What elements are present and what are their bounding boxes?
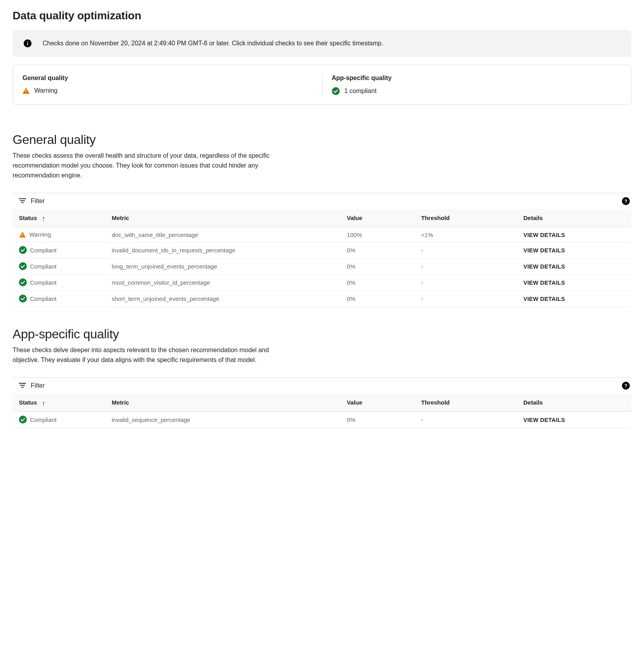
cell-value: 100% [341,227,415,243]
summary-app: App-specific quality 1 compliant [322,73,631,97]
cell-threshold: - [415,242,508,258]
summary-app-title: App-specific quality [332,75,622,82]
cell-value: 0% [341,258,415,274]
cell-metric: most_common_visitor_id_percentage [106,274,341,291]
cell-status: Compliant [13,242,106,258]
col-status[interactable]: Status ↑ [13,394,106,412]
cell-details: VIEW DETAILS [508,227,631,243]
cell-details: VIEW DETAILS [508,274,631,291]
section-heading-general: General quality [13,132,631,147]
info-icon: i [24,39,32,47]
status-text: Compliant [30,295,57,302]
summary-card: General quality Warning App-specific qua… [13,65,631,105]
cell-metric: invalid_document_ids_in_requests_percent… [106,242,341,258]
cell-threshold: - [415,258,508,274]
table-header-row: Status ↑ Metric Value Threshold Details [13,394,631,412]
info-banner-text: Checks done on November 20, 2024 at 2:49… [43,40,383,47]
table-row[interactable]: Compliantinvalid_sequence_percentage0%-V… [13,412,631,428]
filter-bar-app: Filter ? [13,377,631,394]
section-heading-app: App-specific quality [13,327,631,341]
cell-details: VIEW DETAILS [508,291,631,307]
view-details-link[interactable]: VIEW DETAILS [523,296,565,302]
cell-status: Compliant [13,291,106,307]
cell-metric: long_term_unjoined_events_percentage [106,258,341,274]
cell-metric: doc_with_same_title_percentage [106,227,341,243]
cell-value: 0% [341,274,415,291]
filter-icon [19,198,26,204]
status-text: Warning [29,231,51,238]
filter-button[interactable]: Filter [19,382,45,389]
compliant-icon [19,278,27,286]
col-details: Details [508,209,631,227]
cell-metric: short_term_unjoined_events_percentage [106,291,341,307]
compliant-icon [19,416,27,424]
section-desc-app: These checks delve deeper into aspects r… [13,345,273,365]
col-threshold[interactable]: Threshold [415,394,508,412]
table-row[interactable]: Compliantshort_term_unjoined_events_perc… [13,291,631,307]
col-status[interactable]: Status ↑ [13,209,106,227]
cell-threshold: - [415,274,508,291]
help-icon[interactable]: ? [622,197,630,205]
cell-metric: invalid_sequence_percentage [106,412,341,428]
status-text: Compliant [30,416,57,423]
help-icon[interactable]: ? [622,382,630,390]
filter-label: Filter [31,198,45,205]
summary-general-status-text: Warning [34,87,58,94]
col-value[interactable]: Value [341,209,415,227]
table-row[interactable]: Compliantmost_common_visitor_id_percenta… [13,274,631,291]
col-metric[interactable]: Metric [106,394,341,412]
section-desc-general: These checks assess the overall health a… [13,151,273,180]
compliant-icon [19,262,27,270]
view-details-link[interactable]: VIEW DETAILS [523,232,565,238]
view-details-link[interactable]: VIEW DETAILS [523,417,565,423]
summary-general-title: General quality [22,75,313,82]
table-row[interactable]: Compliantinvalid_document_ids_in_request… [13,242,631,258]
summary-app-status: 1 compliant [332,87,622,95]
cell-details: VIEW DETAILS [508,412,631,428]
table-app: Status ↑ Metric Value Threshold Details … [13,394,631,428]
status-text: Compliant [30,247,57,254]
compliant-icon [19,295,27,302]
filter-label: Filter [31,382,45,389]
cell-threshold: - [415,291,508,307]
warning-icon [19,232,26,237]
col-status-label: Status [19,399,37,406]
filter-button[interactable]: Filter [19,198,45,205]
page-title: Data quality optimization [13,9,631,22]
cell-details: VIEW DETAILS [508,258,631,274]
summary-app-status-text: 1 compliant [344,88,377,95]
cell-status: Compliant [13,258,106,274]
cell-value: 0% [341,291,415,307]
compliant-icon [19,246,27,254]
table-row[interactable]: Warningdoc_with_same_title_percentage100… [13,227,631,243]
col-details: Details [508,394,631,412]
cell-status: Compliant [13,412,106,428]
status-text: Compliant [30,263,57,270]
summary-general-status: Warning [22,87,313,94]
view-details-link[interactable]: VIEW DETAILS [523,247,565,254]
summary-general: General quality Warning [13,73,322,97]
cell-value: 0% [341,242,415,258]
view-details-link[interactable]: VIEW DETAILS [523,280,565,286]
info-banner: i Checks done on November 20, 2024 at 2:… [13,30,631,57]
view-details-link[interactable]: VIEW DETAILS [523,263,565,270]
cell-status: Compliant [13,274,106,291]
cell-status: Warning [13,227,106,242]
col-status-label: Status [19,215,37,221]
table-row[interactable]: Compliantlong_term_unjoined_events_perce… [13,258,631,274]
warning-icon [22,88,30,94]
cell-threshold: <1% [415,227,508,243]
col-threshold[interactable]: Threshold [415,209,508,227]
cell-value: 0% [341,412,415,428]
col-metric[interactable]: Metric [106,209,341,227]
table-header-row: Status ↑ Metric Value Threshold Details [13,209,631,227]
status-text: Compliant [30,279,57,286]
filter-bar-general: Filter ? [13,193,631,209]
cell-details: VIEW DETAILS [508,242,631,258]
cell-threshold: - [415,412,508,428]
table-general: Status ↑ Metric Value Threshold Details … [13,209,631,307]
filter-icon [19,383,26,388]
compliant-icon [332,87,340,95]
col-value[interactable]: Value [341,394,415,412]
